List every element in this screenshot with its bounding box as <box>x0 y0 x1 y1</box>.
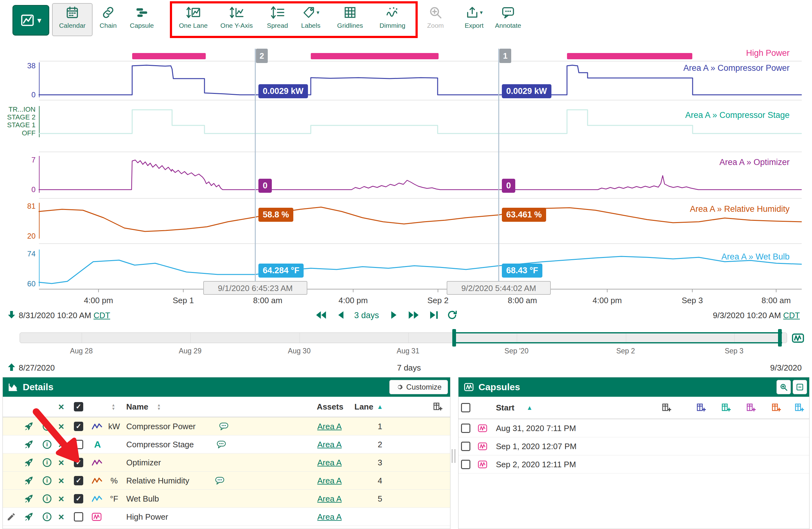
lane-label-optimizer[interactable]: Area A » Optimizer <box>720 158 789 167</box>
rocket-icon[interactable] <box>24 475 34 486</box>
column-header-start[interactable]: Start <box>496 403 514 413</box>
step-back-large-button[interactable] <box>316 310 327 321</box>
lane-label-compressor-power[interactable]: Area A » Compressor Power <box>683 63 789 73</box>
column-header-lane[interactable]: Lane <box>354 402 374 412</box>
rocket-icon[interactable] <box>24 494 34 504</box>
remove-icon[interactable]: × <box>58 458 64 467</box>
go-to-end-button[interactable] <box>428 310 439 321</box>
cursor-flag-2[interactable]: 2 <box>256 49 268 63</box>
zoom-to-capsule-button[interactable] <box>777 380 791 394</box>
table-row[interactable]: i × ✓ High Power Area A <box>3 508 450 526</box>
toolbar-button-zoom[interactable]: Zoom <box>415 4 456 37</box>
toolbar-button-capsule[interactable]: Capsule <box>121 4 162 37</box>
toolbar-button-gridlines[interactable]: Gridlines <box>330 4 370 37</box>
timeline-range-start-handle[interactable] <box>452 329 456 346</box>
column-header-name[interactable]: Name <box>126 402 148 412</box>
capsule-checkbox[interactable]: ✓ <box>461 460 470 469</box>
lane-label-high-power[interactable]: High Power <box>746 48 789 58</box>
add-stat-column-wetbulb-icon[interactable] <box>795 403 804 413</box>
comment-icon[interactable] <box>215 476 224 485</box>
toolbar-button-dimming[interactable]: Dimming <box>372 4 413 37</box>
timeline-selected-range[interactable] <box>454 332 782 343</box>
timeline-scrubber[interactable] <box>20 332 787 343</box>
rocket-icon[interactable] <box>24 457 34 468</box>
row-checkbox[interactable]: ✓ <box>74 458 83 467</box>
step-forward-button[interactable] <box>388 310 399 321</box>
sort-ascending-icon[interactable]: ▲ <box>377 403 383 411</box>
timezone-link[interactable]: CDT <box>93 311 110 320</box>
capsule-time-icon[interactable] <box>791 331 805 345</box>
capsule-checkbox[interactable]: ✓ <box>461 424 470 433</box>
info-icon[interactable]: i <box>43 422 52 431</box>
remove-icon[interactable]: × <box>58 512 64 521</box>
cursor-flag-1[interactable]: 1 <box>499 49 511 63</box>
toolbar-button-one-y-axis[interactable]: One Y-Axis <box>216 4 257 37</box>
row-checkbox[interactable]: ✓ <box>74 494 83 503</box>
row-checkbox[interactable]: ✓ <box>74 422 83 431</box>
step-back-button[interactable] <box>336 310 347 321</box>
row-checkbox[interactable]: ✓ <box>74 512 83 521</box>
select-all-checkbox[interactable]: ✓ <box>74 402 83 411</box>
remove-icon[interactable]: × <box>58 440 64 449</box>
table-row[interactable]: i × ✓ Optimizer Area A 3 <box>3 454 450 472</box>
asset-link[interactable]: Area A <box>315 458 344 467</box>
sort-icon[interactable]: ▴▾ <box>112 403 115 411</box>
table-row[interactable]: i × ✓ A Compressor Stage Area A 2 <box>3 435 450 454</box>
expand-range-up-icon[interactable] <box>7 362 16 372</box>
column-header-assets[interactable]: Assets <box>311 402 349 412</box>
info-icon[interactable]: i <box>43 440 52 449</box>
edit-pencil-icon[interactable] <box>6 512 16 521</box>
lane-label-wet-bulb[interactable]: Area A » Wet Bulb <box>721 252 789 262</box>
shift-range-down-icon[interactable] <box>7 310 16 319</box>
row-checkbox[interactable]: ✓ <box>74 476 83 485</box>
add-stat-column-stage-icon[interactable] <box>721 403 731 413</box>
remove-icon[interactable]: × <box>58 476 64 485</box>
timeline-range-end-handle[interactable] <box>778 329 782 346</box>
add-stat-column-optimizer-icon[interactable] <box>746 403 756 413</box>
toolbar-button-labels[interactable]: ▾ Labels <box>291 4 331 37</box>
capsule-checkbox[interactable]: ✓ <box>461 442 470 451</box>
table-row[interactable]: i × ✓ kW Compressor Power Area A 1 <box>3 417 450 435</box>
info-icon[interactable]: i <box>43 495 52 503</box>
add-stat-column-humidity-icon[interactable] <box>771 403 781 413</box>
asset-link[interactable]: Area A <box>315 512 344 521</box>
step-forward-large-button[interactable] <box>408 310 419 321</box>
add-column-icon[interactable] <box>433 402 443 412</box>
add-stat-column-power-icon[interactable] <box>696 403 706 413</box>
row-checkbox[interactable]: ✓ <box>74 440 83 449</box>
lane-label-compressor-stage[interactable]: Area A » Compressor Stage <box>685 111 789 120</box>
rocket-icon[interactable] <box>24 439 34 450</box>
sort-icon[interactable]: ▴▾ <box>158 403 160 411</box>
panel-resize-handle[interactable] <box>452 449 455 463</box>
asset-link[interactable]: Area A <box>315 421 344 431</box>
remove-icon[interactable]: × <box>58 494 64 503</box>
comment-icon[interactable] <box>219 422 229 430</box>
sort-ascending-icon[interactable]: ▲ <box>526 404 533 411</box>
worksheet-view-button[interactable]: ▾ <box>13 5 49 35</box>
add-column-icon[interactable] <box>662 403 672 413</box>
asset-link[interactable]: Area A <box>315 494 344 503</box>
asset-link[interactable]: Area A <box>315 440 344 449</box>
customize-button[interactable]: Customize <box>389 380 448 394</box>
toolbar-button-calendar[interactable]: Calendar <box>52 3 92 36</box>
capsule-row[interactable]: ✓ Sep 2, 2020 12:11 PM <box>459 455 809 473</box>
toolbar-button-one-lane[interactable]: One Lane <box>173 4 214 37</box>
collapse-panel-button[interactable] <box>793 380 807 394</box>
info-icon[interactable]: i <box>43 476 52 485</box>
lane-label-relative-humidity[interactable]: Area A » Relative Humidity <box>690 204 789 214</box>
capsule-row[interactable]: ✓ Sep 1, 2020 12:07 PM <box>459 437 809 455</box>
table-row[interactable]: i × ✓ % Relative Humidity Area A 4 <box>3 472 450 490</box>
refresh-icon[interactable] <box>447 310 457 320</box>
info-icon[interactable]: i <box>43 513 52 521</box>
remove-all-icon[interactable]: × <box>58 402 64 411</box>
display-range-duration[interactable]: 3 days <box>354 311 379 320</box>
capsule-row[interactable]: ✓ Aug 31, 2020 7:11 PM <box>459 419 809 437</box>
table-row[interactable]: i × ✓ °F Wet Bulb Area A 5 <box>3 490 450 508</box>
select-all-capsules-checkbox[interactable]: ✓ <box>461 403 470 412</box>
comment-icon[interactable] <box>217 440 226 448</box>
info-icon[interactable]: i <box>43 458 52 467</box>
rocket-icon[interactable] <box>24 421 34 432</box>
rocket-icon[interactable] <box>24 512 34 522</box>
remove-icon[interactable]: × <box>58 422 64 431</box>
asset-link[interactable]: Area A <box>315 476 344 485</box>
